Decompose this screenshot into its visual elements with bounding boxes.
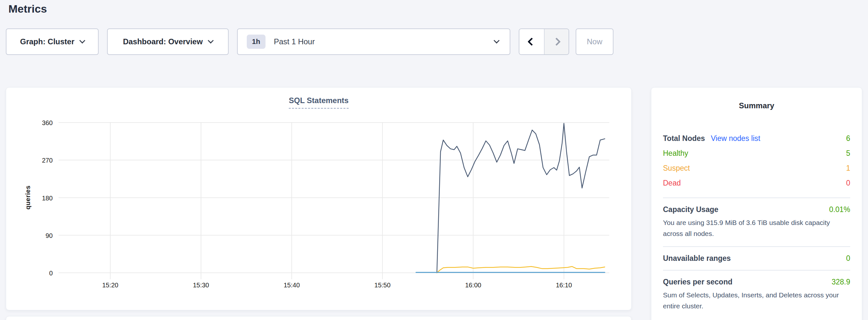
- queries-per-second-value: 328.9: [832, 278, 850, 286]
- graph-dropdown-label: Graph: Cluster: [20, 37, 74, 46]
- chart-title[interactable]: SQL Statements: [289, 96, 349, 108]
- chevron-right-icon: [552, 37, 560, 45]
- svg-text:180: 180: [42, 195, 53, 202]
- capacity-usage-value: 0.01%: [829, 205, 850, 214]
- time-range-badge: 1h: [247, 35, 266, 49]
- queries-per-second-row: Queries per second 328.9: [663, 278, 850, 286]
- next-chart-card-partial: [6, 316, 631, 320]
- metrics-page: Metrics Graph: Cluster Dashboard: Overvi…: [0, 0, 868, 320]
- dead-value: 0: [846, 179, 850, 188]
- svg-text:90: 90: [45, 232, 53, 239]
- sql-statements-plot[interactable]: 09018027036015:2015:3015:4015:5016:0016:…: [6, 110, 632, 311]
- dashboard-dropdown-label: Dashboard: Overview: [123, 37, 203, 46]
- total-nodes-value: 6: [846, 134, 850, 143]
- capacity-usage-description: You are using 315.9 MiB of 3.6 TiB usabl…: [663, 217, 849, 239]
- svg-text:270: 270: [42, 157, 53, 164]
- time-range-picker[interactable]: 1h Past 1 Hour: [237, 28, 510, 55]
- prev-time-button[interactable]: [519, 29, 544, 54]
- graph-dropdown[interactable]: Graph: Cluster: [6, 28, 99, 55]
- dead-nodes-row: Dead 0: [663, 175, 850, 190]
- dead-label: Dead: [663, 179, 681, 188]
- svg-text:360: 360: [42, 119, 53, 126]
- chevron-down-icon: [208, 37, 213, 43]
- now-button[interactable]: Now: [576, 28, 614, 55]
- queries-per-second-description: Sum of Selects, Updates, Inserts, and De…: [663, 290, 849, 312]
- suspect-label: Suspect: [663, 164, 690, 172]
- time-range-label: Past 1 Hour: [274, 37, 315, 46]
- suspect-nodes-row: Suspect 1: [663, 161, 850, 175]
- healthy-label: Healthy: [663, 149, 688, 158]
- node-status-rows: Total Nodes View nodes list 6 Healthy 5 …: [663, 131, 850, 190]
- divider: [663, 270, 850, 270]
- svg-text:0: 0: [49, 269, 53, 277]
- divider: [663, 197, 850, 198]
- dashboard-dropdown[interactable]: Dashboard: Overview: [107, 28, 229, 55]
- chevron-left-icon: [527, 37, 535, 45]
- next-time-button[interactable]: [544, 29, 568, 54]
- page-title: Metrics: [8, 3, 47, 15]
- healthy-value: 5: [846, 149, 850, 158]
- summary-panel: Summary Total Nodes View nodes list 6 He…: [651, 87, 862, 320]
- unavailable-ranges-label: Unavailable ranges: [663, 254, 731, 263]
- sql-statements-chart-card: SQL Statements queries 09018027036015:20…: [6, 87, 631, 310]
- svg-text:16:00: 16:00: [465, 282, 481, 289]
- queries-per-second-label: Queries per second: [663, 278, 733, 286]
- svg-text:15:50: 15:50: [374, 282, 391, 289]
- chevron-down-icon: [494, 37, 499, 43]
- summary-title: Summary: [663, 101, 850, 110]
- unavailable-ranges-value: 0: [846, 254, 850, 263]
- total-nodes-row: Total Nodes View nodes list 6: [663, 131, 850, 146]
- svg-text:15:30: 15:30: [193, 282, 209, 289]
- capacity-usage-label: Capacity Usage: [663, 205, 718, 214]
- svg-text:15:20: 15:20: [102, 282, 118, 289]
- suspect-value: 1: [846, 164, 850, 172]
- svg-text:15:40: 15:40: [284, 282, 300, 289]
- toolbar: Graph: Cluster Dashboard: Overview 1h Pa…: [6, 28, 614, 55]
- chevron-down-icon: [79, 37, 85, 43]
- svg-text:16:10: 16:10: [556, 282, 572, 289]
- time-step-buttons: [519, 28, 569, 55]
- total-nodes-label: Total Nodes: [663, 134, 705, 143]
- capacity-usage-row: Capacity Usage 0.01%: [663, 205, 850, 214]
- healthy-nodes-row: Healthy 5: [663, 146, 850, 161]
- chart-title-wrap: SQL Statements: [6, 96, 631, 108]
- divider: [663, 246, 850, 247]
- view-nodes-link[interactable]: View nodes list: [711, 134, 760, 143]
- unavailable-ranges-row: Unavailable ranges 0: [663, 254, 850, 263]
